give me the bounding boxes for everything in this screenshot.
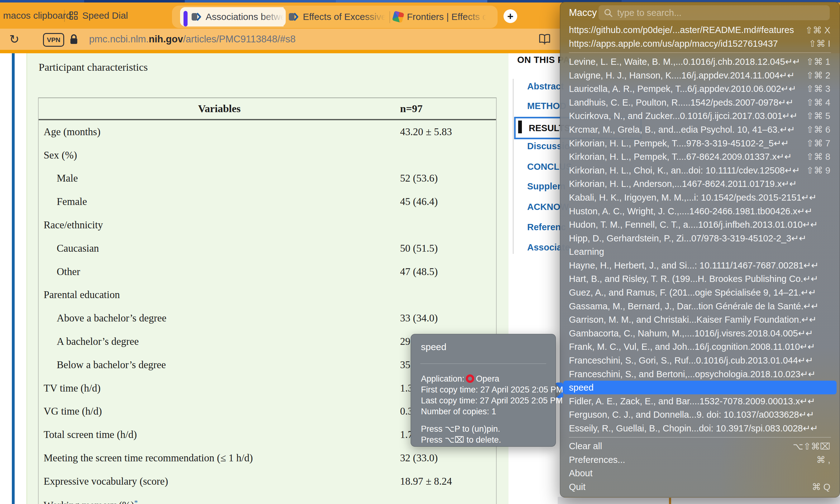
clipboard-item-text: Gambacorta, C., Nahum, M.,....1016/j.vis… (569, 328, 813, 339)
clipboard-item-text: Learning (569, 247, 604, 257)
clipboard-item-text: Franceschini, S., Gori, S., Ruf...0.1016… (569, 355, 813, 366)
table-row: Race/ethnicity (39, 213, 496, 237)
row-label: Parental education (39, 289, 400, 301)
clipboard-item[interactable]: Lavigne, H. J., Hanson, K....16/j.appdev… (560, 69, 840, 82)
maccy-search-field[interactable]: type to search... (598, 5, 830, 20)
clipboard-item-text: Esseily, R., Guellai, B., Chopin...doi: … (569, 423, 818, 434)
clipboard-item[interactable]: Hayne, H., Herbert, J., and Si...: 10.11… (560, 258, 840, 272)
reader-book-icon[interactable] (538, 33, 551, 45)
clipboard-item[interactable]: Lauricella, A. R., Pempek, T...6/j.appde… (560, 82, 840, 96)
clipboard-item[interactable]: Fidler, A. E., Zack, E., and Bar....1532… (560, 394, 840, 408)
row-value: 47 (48.5) (400, 266, 496, 277)
row-label: Race/ethnicity (39, 219, 400, 231)
shortcut-hint: ⇧⌘ X (805, 25, 830, 36)
table-row: Meeting the screen time recommendation (… (39, 446, 496, 470)
row-label: Male (39, 173, 400, 184)
tooltip-pin-hint: Press ⌥P to (un)pin. (421, 424, 500, 434)
nav-item-abstract[interactable]: Abstract (527, 81, 564, 92)
clipboard-item[interactable]: Gambacorta, C., Nahum, M.,....1016/j.vis… (560, 326, 840, 340)
clipboard-item-text: Krcmar, M., Grela, B., and...edia Psycho… (569, 124, 795, 135)
tab-associations[interactable]: Associations between sc (180, 7, 286, 26)
tabbar-divider (64, 10, 65, 22)
clipboard-item[interactable]: Hipp, D., Gerhardstein, P., Zi...07/978-… (560, 231, 840, 245)
row-label: Caucasian (39, 242, 400, 254)
clipboard-item[interactable]: Garrison, M. M., and Christaki...Kaiser … (560, 313, 840, 326)
vpn-badge[interactable]: VPN (43, 33, 64, 47)
clipboard-item[interactable]: Kabali, H. K., Irigoyen, M. M.,...i: 10.… (560, 191, 840, 204)
menu-item-quit[interactable]: Quit⌘ Q (560, 480, 840, 494)
clipboard-item[interactable]: Landhuis, C. E., Poulton, R.....1542/ped… (560, 96, 840, 109)
clipboard-item-text: Ferguson, C. J., and Donnella...9. doi: … (569, 409, 814, 420)
tab-macos-clipboard[interactable]: macos clipboard (3, 2, 71, 29)
clipboard-item[interactable]: Kucirkova, N., and Zucker...0.1016/j.ijc… (560, 109, 840, 123)
url-path: /articles/PMC9113848/#s8 (183, 34, 296, 45)
shortcut-hint: ⇧⌘ 5 (806, 111, 830, 121)
page-left-blue-bar (12, 53, 15, 504)
shortcut-hint: ⌘ , (816, 454, 830, 465)
clipboard-item-pinned[interactable]: https://apps.apple.com/us/app/maccy/id15… (560, 37, 840, 51)
menu-item-clear-all[interactable]: Clear all⌥⇧⌘⌧ (560, 439, 840, 453)
clipboard-item[interactable]: Guez, A., and Ramus, F. (201...ogie Spéc… (560, 286, 840, 299)
row-label: VG time (h/d) (39, 406, 400, 417)
shortcut-hint: ⇧⌘ 8 (806, 151, 830, 162)
table-header-row: Variables n=97 (39, 98, 496, 120)
tab-strip: Associations between sc Effects of Exces… (172, 6, 498, 28)
clipboard-item[interactable]: Gassama, M., Bernard, J., Dar...tion Gén… (560, 299, 840, 313)
list-divider (569, 52, 831, 53)
url-text[interactable]: pmc.ncbi.nlm.nih.gov/articles/PMC9113848… (89, 29, 296, 50)
clipboard-item[interactable]: Huston, A. C., Wright, J. C.,....1460-24… (560, 204, 840, 218)
clipboard-item-text: Hudon, T. M., Fennell, C. T., a....1016/… (569, 219, 818, 230)
row-label: Female (39, 196, 400, 208)
row-value: 50 (51.5) (400, 242, 496, 254)
speed-dial-label: Speed Dial (82, 10, 128, 21)
clipboard-item[interactable]: Kirkorian, H. L., Choi, K., an...doi: 10… (560, 164, 840, 177)
table-row: Expressive vocabulary (score)18.97 ± 8.2… (39, 470, 496, 493)
reload-icon[interactable]: ↻ (10, 29, 19, 50)
clipboard-item[interactable]: Franceschini, S., and Bertoni,...opsycho… (560, 367, 840, 381)
clipboard-item[interactable]: Levine, L. E., Waite, B. M.,...0.1016/j.… (560, 55, 840, 69)
clipboard-item-pinned[interactable]: https://github.com/p0deje/...aster/READM… (560, 23, 840, 37)
clipboard-item-selected[interactable]: speed (563, 381, 837, 394)
clipboard-item-text: About (569, 468, 593, 479)
shortcut-hint: ⇧⌘ 7 (806, 138, 830, 148)
clipboard-item-text: Kucirkova, N., and Zucker...0.1016/j.ijc… (569, 111, 798, 121)
tooltip-divider (420, 363, 546, 364)
speed-dial-button[interactable]: Speed Dial (69, 2, 128, 29)
clipboard-item[interactable]: Hudon, T. M., Fennell, C. T., a....1016/… (560, 218, 840, 231)
menu-item-about[interactable]: About (560, 467, 840, 480)
row-label: Age (months) (39, 126, 400, 138)
tab-frontiers[interactable]: Frontiers | Effects of scre (391, 7, 490, 26)
menu-item-preferences-[interactable]: Preferences...⌘ , (560, 453, 840, 467)
shortcut-hint: ⇧⌘ I (809, 38, 830, 49)
clipboard-item-text: Hayne, H., Herbert, J., and Si...: 10.11… (569, 260, 819, 271)
table-row: Age (months)43.20 ± 5.83 (39, 120, 496, 144)
row-label: A bachelor’s degree (39, 336, 400, 347)
clipboard-item-text: https://apps.apple.com/us/app/maccy/id15… (569, 39, 778, 49)
tab-effects-excessive[interactable]: Effects of Excessive Scre (286, 7, 389, 26)
clipboard-item[interactable]: Kirkorian, H. L., Pempek, T....978-3-319… (560, 137, 840, 150)
clipboard-item[interactable]: Frank, M. C., Vul, E., and Joh...16/j.co… (560, 340, 840, 354)
lock-icon[interactable] (70, 34, 78, 44)
clipboard-item-text: Hipp, D., Gerhardstein, P., Zi...07/978-… (569, 233, 806, 244)
row-value: 45 (46.4) (400, 196, 496, 208)
clipboard-item[interactable]: Esseily, R., Guellai, B., Chopin...doi: … (560, 421, 840, 435)
opera-icon (466, 374, 474, 383)
clipboard-item[interactable]: Kirkorian, H. L., Pempek, T....67-8624.2… (560, 150, 840, 164)
clipboard-item[interactable]: Franceschini, S., Gori, S., Ruf...0.1016… (560, 354, 840, 367)
clipboard-item[interactable]: Krcmar, M., Grela, B., and...edia Psycho… (560, 123, 840, 137)
table-row: Sex (%) (39, 144, 496, 167)
shortcut-hint: ⇧⌘ 1 (806, 56, 830, 67)
tab-title: Effects of Excessive Scre (303, 7, 386, 26)
clipboard-item[interactable]: Hart, B., and Risley, T. R. (199...H. Br… (560, 272, 840, 286)
row-value: 18.97 ± 8.24 (400, 476, 496, 487)
row-label: Above a bachelor’s degree (39, 312, 400, 324)
maccy-item-list: https://github.com/p0deje/...aster/READM… (560, 23, 840, 494)
new-tab-button[interactable]: + (503, 10, 517, 23)
clipboard-item[interactable]: Ferguson, C. J., and Donnella...9. doi: … (560, 408, 840, 422)
footnote-marker[interactable]: * (134, 498, 138, 504)
clipboard-item-text: Kirkorian, H. L., Choi, K., an...doi: 10… (569, 165, 800, 176)
col-variables: Variables (39, 103, 400, 115)
table-row: Working memory (%)* (39, 493, 496, 504)
clipboard-item[interactable]: Learning (560, 245, 840, 259)
clipboard-item[interactable]: Kirkorian, H. L., Anderson,...1467-8624.… (560, 177, 840, 191)
